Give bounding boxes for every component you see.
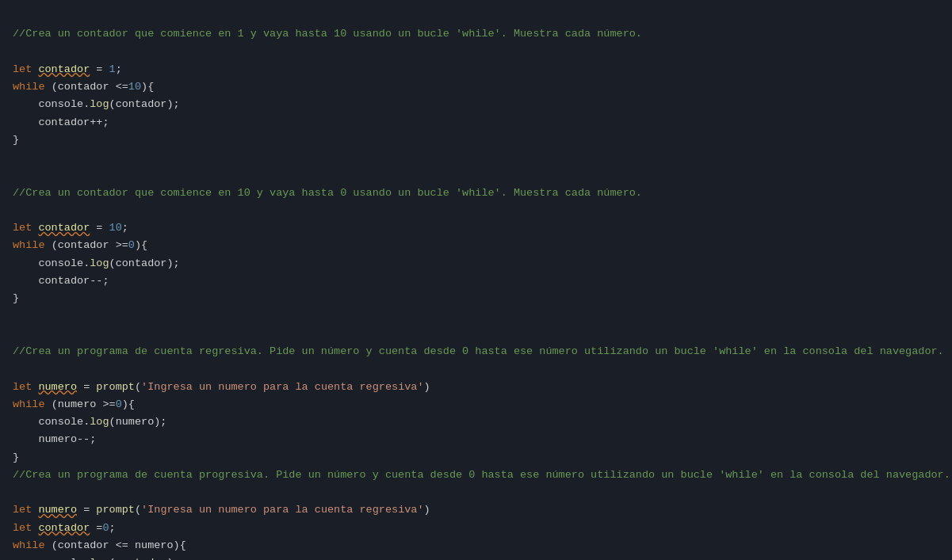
op-3: =: [83, 381, 90, 393]
punc-15: (: [52, 398, 58, 410]
punc-16: ){: [122, 398, 135, 410]
punc-6: ;: [102, 116, 109, 128]
method-log-1: log: [90, 98, 109, 110]
punc-7: ;: [122, 222, 128, 234]
close-1: }: [13, 134, 19, 146]
op-decr-1: --: [90, 275, 102, 287]
op-decr-2: --: [77, 433, 90, 445]
comment-3: //Crea un programa de cuenta regresiva. …: [13, 345, 944, 357]
cond-3: numero >=: [58, 398, 116, 410]
op-1: =: [96, 63, 102, 75]
op-incr-1: ++: [90, 116, 102, 128]
num-3: 10: [109, 222, 122, 234]
arg-2: contador: [116, 257, 167, 269]
var-contador-3: contador: [38, 522, 90, 534]
close-3: }: [13, 451, 19, 463]
num-4: 0: [128, 239, 135, 251]
punc-12: ;: [102, 275, 109, 287]
keyword-let-4: let: [13, 504, 32, 516]
stmt-3: numero: [38, 433, 77, 445]
keyword-let-1: let: [13, 63, 32, 75]
num-2: 10: [128, 81, 141, 93]
punc-21: ): [424, 504, 430, 516]
stmt-1: contador: [38, 116, 90, 128]
punc-17: (: [109, 416, 116, 428]
code-block-1: //Crea un contador que comience en 1 y v…: [13, 8, 939, 560]
num-6: 0: [102, 522, 109, 534]
cond-1: contador <=: [58, 81, 128, 93]
keyword-while-1: while: [13, 81, 45, 93]
punc-18: );: [154, 416, 166, 428]
keyword-let-5: let: [13, 522, 32, 534]
punc-25: (: [109, 557, 116, 560]
punc-10: (: [109, 257, 116, 269]
punc-5: );: [166, 98, 179, 110]
arg-3: numero: [116, 416, 155, 428]
var-contador-2: contador: [38, 222, 90, 234]
punc-23: (: [52, 539, 58, 551]
punc-8: (: [52, 239, 58, 251]
method-log-2: log: [90, 257, 109, 269]
punc-2: (: [52, 81, 58, 93]
punc-11: );: [166, 257, 179, 269]
console-2: console: [38, 257, 83, 269]
arg-4: contador: [116, 557, 167, 560]
punc-9: ){: [135, 239, 147, 251]
keyword-let-3: let: [13, 381, 32, 393]
punc-4: (: [109, 98, 116, 110]
punc-22: ;: [109, 522, 116, 534]
punc-20: (: [135, 504, 141, 516]
op-4: =: [83, 504, 90, 516]
str-1: 'Ingresa un numero para la cuenta regres…: [141, 381, 423, 393]
console-4: console: [38, 557, 83, 560]
close-2: }: [13, 292, 19, 304]
num-1: 1: [109, 63, 116, 75]
cond-4: contador <= numero: [58, 539, 174, 551]
punc-26: );: [166, 557, 179, 560]
fn-prompt-1: prompt: [96, 381, 135, 393]
comment-2: //Crea un contador que comience en 10 y …: [13, 187, 642, 199]
code-editor: //Crea un contador que comience en 1 y v…: [0, 0, 952, 560]
op-2: =: [96, 222, 102, 234]
var-numero-1: numero: [38, 381, 77, 393]
arg-1: contador: [116, 98, 167, 110]
comment-1: //Crea un contador que comience en 1 y v…: [13, 28, 642, 40]
var-contador-1: contador: [38, 63, 90, 75]
punc-24: ){: [174, 539, 186, 551]
punc-3: ){: [141, 81, 154, 93]
method-log-3: log: [90, 416, 109, 428]
punc-14: ): [424, 381, 430, 393]
punc-19: ;: [90, 433, 96, 445]
num-5: 0: [116, 398, 122, 410]
keyword-while-4: while: [13, 539, 45, 551]
punc-13: (: [135, 381, 141, 393]
keyword-while-2: while: [13, 239, 45, 251]
str-2: 'Ingresa un numero para la cuenta regres…: [141, 504, 423, 516]
console-3: console: [38, 416, 83, 428]
console-1: console: [38, 98, 83, 110]
cond-2: contador >=: [58, 239, 128, 251]
comment-4: //Crea un programa de cuenta progresiva.…: [13, 469, 950, 481]
method-log-4: log: [90, 557, 109, 560]
var-numero-2: numero: [38, 504, 77, 516]
stmt-2: contador: [38, 275, 90, 287]
fn-prompt-2: prompt: [96, 504, 135, 516]
punc-1: ;: [116, 63, 122, 75]
keyword-let-2: let: [13, 222, 32, 234]
keyword-while-3: while: [13, 398, 45, 410]
